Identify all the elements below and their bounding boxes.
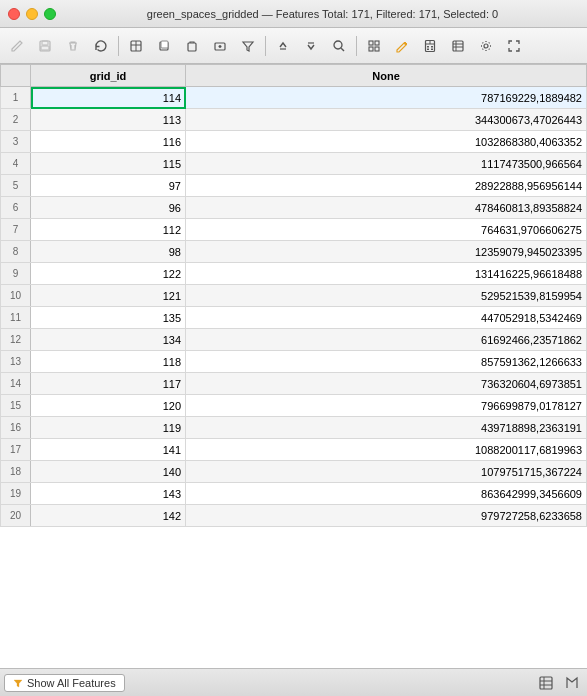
cell-none[interactable]: 979727258,6233658 bbox=[186, 505, 587, 527]
grid-view-button[interactable] bbox=[361, 33, 387, 59]
cell-row-num: 2 bbox=[1, 109, 31, 131]
cell-row-num: 19 bbox=[1, 483, 31, 505]
edit2-button[interactable] bbox=[389, 33, 415, 59]
cell-grid-id[interactable]: 115 bbox=[31, 153, 186, 175]
cell-none[interactable]: 1088200117,6819963 bbox=[186, 439, 587, 461]
svg-rect-32 bbox=[540, 677, 552, 689]
fullscreen-button[interactable] bbox=[501, 33, 527, 59]
maximize-button[interactable] bbox=[44, 8, 56, 20]
cell-grid-id[interactable]: 122 bbox=[31, 263, 186, 285]
col-header-none[interactable]: None bbox=[186, 65, 587, 87]
cell-grid-id[interactable]: 141 bbox=[31, 439, 186, 461]
table-row[interactable]: 20142979727258,6233658 bbox=[1, 505, 587, 527]
table2-button[interactable] bbox=[445, 33, 471, 59]
cell-none[interactable]: 1079751715,367224 bbox=[186, 461, 587, 483]
cell-none[interactable]: 857591362,1266633 bbox=[186, 351, 587, 373]
cell-grid-id[interactable]: 140 bbox=[31, 461, 186, 483]
cell-grid-id[interactable]: 114 bbox=[31, 87, 186, 109]
minimize-button[interactable] bbox=[26, 8, 38, 20]
show-features-label: Show All Features bbox=[27, 677, 116, 689]
svg-rect-18 bbox=[369, 47, 373, 51]
zoom-button[interactable] bbox=[326, 33, 352, 59]
cell-none[interactable]: 736320604,6973851 bbox=[186, 373, 587, 395]
cell-none[interactable]: 787169229,1889482 bbox=[186, 87, 587, 109]
edit-pencil-button[interactable] bbox=[4, 33, 30, 59]
cell-grid-id[interactable]: 96 bbox=[31, 197, 186, 219]
table-row[interactable]: 1114787169229,1889482 bbox=[1, 87, 587, 109]
cell-row-num: 5 bbox=[1, 175, 31, 197]
table-row[interactable]: 10121529521539,8159954 bbox=[1, 285, 587, 307]
table-row[interactable]: 14117736320604,6973851 bbox=[1, 373, 587, 395]
table-row[interactable]: 15120796699879,0178127 bbox=[1, 395, 587, 417]
cell-none[interactable]: 28922888,956956144 bbox=[186, 175, 587, 197]
cell-none[interactable]: 1117473500,966564 bbox=[186, 153, 587, 175]
col-header-rownum[interactable] bbox=[1, 65, 31, 87]
cell-none[interactable]: 478460813,89358824 bbox=[186, 197, 587, 219]
cell-none[interactable]: 12359079,945023395 bbox=[186, 241, 587, 263]
table-row[interactable]: 181401079751715,367224 bbox=[1, 461, 587, 483]
svg-rect-8 bbox=[188, 43, 196, 51]
svg-rect-27 bbox=[453, 41, 463, 51]
cell-grid-id[interactable]: 98 bbox=[31, 241, 186, 263]
close-button[interactable] bbox=[8, 8, 20, 20]
cell-grid-id[interactable]: 112 bbox=[31, 219, 186, 241]
table-row[interactable]: 1213461692466,23571862 bbox=[1, 329, 587, 351]
cell-none[interactable]: 529521539,8159954 bbox=[186, 285, 587, 307]
cell-grid-id[interactable]: 118 bbox=[31, 351, 186, 373]
cell-grid-id[interactable]: 135 bbox=[31, 307, 186, 329]
cell-grid-id[interactable]: 142 bbox=[31, 505, 186, 527]
cell-none[interactable]: 1032868380,4063352 bbox=[186, 131, 587, 153]
cell-none[interactable]: 344300673,47026443 bbox=[186, 109, 587, 131]
cell-grid-id[interactable]: 119 bbox=[31, 417, 186, 439]
new-table-button[interactable] bbox=[123, 33, 149, 59]
show-all-features-button[interactable]: Show All Features bbox=[4, 674, 125, 692]
col-header-grid-id[interactable]: grid_id bbox=[31, 65, 186, 87]
table-row[interactable]: 16119439718898,2363191 bbox=[1, 417, 587, 439]
table-row[interactable]: 11135447052918,5342469 bbox=[1, 307, 587, 329]
cell-none[interactable]: 439718898,2363191 bbox=[186, 417, 587, 439]
cell-grid-id[interactable]: 143 bbox=[31, 483, 186, 505]
settings-button[interactable] bbox=[473, 33, 499, 59]
cell-row-num: 1 bbox=[1, 87, 31, 109]
save-button[interactable] bbox=[32, 33, 58, 59]
table-row[interactable]: 41151117473500,966564 bbox=[1, 153, 587, 175]
table-row[interactable]: 7112764631,9706606275 bbox=[1, 219, 587, 241]
cell-row-num: 13 bbox=[1, 351, 31, 373]
cell-none[interactable]: 796699879,0178127 bbox=[186, 395, 587, 417]
cell-grid-id[interactable]: 97 bbox=[31, 175, 186, 197]
status-icon-2[interactable] bbox=[561, 672, 583, 694]
table-row[interactable]: 89812359079,945023395 bbox=[1, 241, 587, 263]
cell-none[interactable]: 863642999,3456609 bbox=[186, 483, 587, 505]
cell-grid-id[interactable]: 117 bbox=[31, 373, 186, 395]
cell-none[interactable]: 61692466,23571862 bbox=[186, 329, 587, 351]
move-down-button[interactable] bbox=[298, 33, 324, 59]
traffic-lights bbox=[8, 8, 56, 20]
table-row[interactable]: 696478460813,89358824 bbox=[1, 197, 587, 219]
cell-grid-id[interactable]: 113 bbox=[31, 109, 186, 131]
refresh-button[interactable] bbox=[88, 33, 114, 59]
cell-none[interactable]: 764631,9706606275 bbox=[186, 219, 587, 241]
table-row[interactable]: 171411088200117,6819963 bbox=[1, 439, 587, 461]
copy-table-button[interactable] bbox=[151, 33, 177, 59]
cell-grid-id[interactable]: 120 bbox=[31, 395, 186, 417]
svg-point-31 bbox=[484, 44, 488, 48]
calculator-button[interactable] bbox=[417, 33, 443, 59]
cell-none[interactable]: 131416225,96618488 bbox=[186, 263, 587, 285]
table-row[interactable]: 13118857591362,1266633 bbox=[1, 351, 587, 373]
cell-none[interactable]: 447052918,5342469 bbox=[186, 307, 587, 329]
move-up-button[interactable] bbox=[270, 33, 296, 59]
filter-button[interactable] bbox=[235, 33, 261, 59]
status-icon-1[interactable] bbox=[535, 672, 557, 694]
table-row[interactable]: 19143863642999,3456609 bbox=[1, 483, 587, 505]
paste-button[interactable] bbox=[179, 33, 205, 59]
table-scroll[interactable]: grid_id None 1114787169229,1889482211334… bbox=[0, 64, 587, 668]
table-row[interactable]: 59728922888,956956144 bbox=[1, 175, 587, 197]
add-row-button[interactable] bbox=[207, 33, 233, 59]
cell-grid-id[interactable]: 121 bbox=[31, 285, 186, 307]
delete-button[interactable] bbox=[60, 33, 86, 59]
table-row[interactable]: 9122131416225,96618488 bbox=[1, 263, 587, 285]
table-row[interactable]: 2113344300673,47026443 bbox=[1, 109, 587, 131]
cell-grid-id[interactable]: 134 bbox=[31, 329, 186, 351]
cell-grid-id[interactable]: 116 bbox=[31, 131, 186, 153]
table-row[interactable]: 31161032868380,4063352 bbox=[1, 131, 587, 153]
